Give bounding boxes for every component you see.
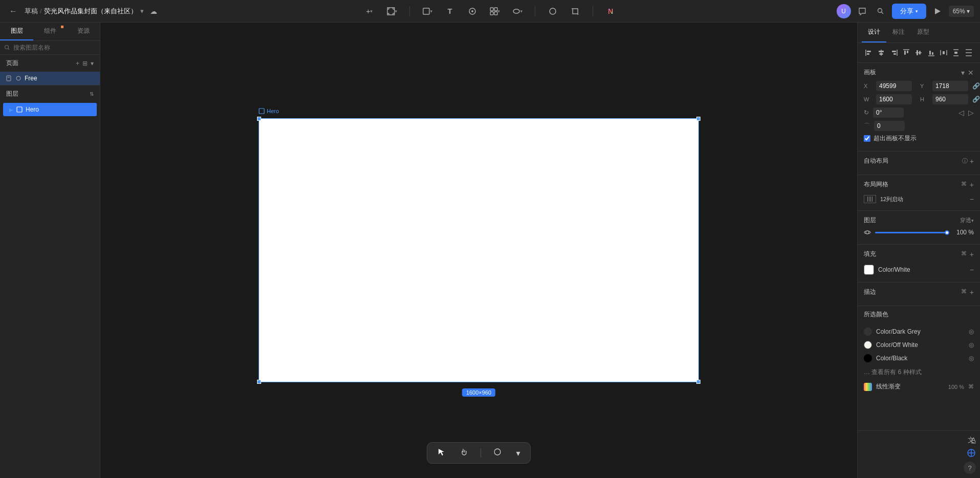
fill-section: 填充 ⌘ + Color/White − (858, 245, 980, 283)
left-panel-tabs: 图层 组件 资源 (0, 23, 100, 41)
align-middle-v-button[interactable] (913, 47, 924, 58)
align-more-button[interactable] (964, 47, 974, 58)
color-dot-dark-grey (864, 328, 872, 336)
layer-mode-arrow[interactable]: ▾ (971, 218, 974, 223)
breadcrumb-dropdown-icon[interactable]: ▾ (140, 7, 144, 15)
layers-toggle-icon[interactable]: ⇅ (90, 91, 94, 97)
share-button[interactable]: 分享 ▾ (892, 4, 926, 19)
grid-remove-button[interactable]: − (970, 195, 974, 203)
fill-add-button[interactable]: + (970, 250, 974, 258)
page-item-free[interactable]: Free (0, 72, 100, 85)
tab-design[interactable]: 设计 (862, 23, 886, 42)
align-left-button[interactable] (864, 47, 874, 58)
fill-section-label: 填充 (864, 250, 961, 258)
breadcrumb-root: 草稿 (25, 7, 38, 16)
corner-input[interactable] (874, 121, 905, 131)
cloud-sync-icon[interactable]: ☁ (150, 7, 157, 15)
distribute-v-button[interactable] (951, 47, 961, 58)
tab-layers[interactable]: 图层 (0, 23, 33, 40)
wh-link-icon[interactable]: 🔗 (972, 96, 980, 103)
translate-icon[interactable]: 文A (967, 435, 976, 444)
layer-search-input[interactable] (13, 44, 96, 51)
components-dot (61, 26, 63, 28)
handle-bottom-left[interactable] (257, 380, 261, 384)
handle-top-right[interactable] (696, 117, 700, 121)
align-top-button[interactable] (901, 47, 911, 58)
align-right-button[interactable] (889, 47, 899, 58)
color-item-black[interactable]: Color/Black ◎ (858, 352, 980, 365)
text-tool-button[interactable]: T (443, 4, 457, 18)
canvas-expand-icon[interactable]: ▾ (961, 69, 965, 77)
gradient-section: 线性渐变 100 % ⌘ (858, 380, 980, 394)
grid-section-header: 布局网格 ⌘ + (864, 180, 974, 189)
opacity-eye-icon[interactable] (864, 229, 871, 236)
h-input[interactable] (932, 94, 968, 104)
tab-prototype[interactable]: 原型 (911, 23, 935, 42)
distribute-h-button[interactable] (939, 47, 949, 58)
view-all-styles[interactable]: … 查看所有 6 种样式 (858, 365, 980, 380)
inspect-icon[interactable] (967, 448, 976, 458)
help-icon[interactable]: ? (964, 462, 976, 474)
tab-assets[interactable]: 资源 (67, 23, 100, 40)
colors-section-header: 所选颜色 (858, 306, 980, 321)
page-expand-icon[interactable]: ▾ (91, 60, 94, 67)
user-avatar[interactable]: U (837, 4, 851, 18)
fill-remove-button[interactable]: − (970, 266, 974, 274)
zoom-level-button[interactable]: 65% ▾ (949, 6, 974, 17)
back-button[interactable]: ← (6, 4, 20, 18)
canvas-area[interactable]: Hero 1600×960 ▾ (100, 23, 857, 478)
clip-checkbox[interactable] (864, 135, 870, 142)
frame-tool-button[interactable]: ▾ (385, 4, 399, 18)
svg-point-11 (472, 10, 474, 12)
color-item-off-white[interactable]: Color/Off White ◎ (858, 338, 980, 352)
shapes-tool-button[interactable]: ▾ (420, 4, 435, 18)
grid-add-button[interactable]: + (970, 181, 974, 189)
topbar-center-tools: + ▾ ▾ ▾ T ▾ ▾ (363, 4, 618, 18)
crop-tool-button[interactable] (568, 4, 583, 18)
handle-top-left[interactable] (257, 117, 261, 121)
grid-preview-lines (867, 197, 872, 202)
more-tool-button[interactable]: ▾ (514, 446, 522, 460)
add-tool-button[interactable]: + ▾ (363, 4, 377, 18)
align-center-h-button[interactable] (876, 47, 886, 58)
pen-tool-button[interactable] (465, 4, 480, 18)
search-button[interactable] (874, 4, 888, 18)
new-page-button[interactable]: ⊞ (82, 60, 88, 67)
hand-tool-button[interactable] (458, 446, 471, 460)
color-item-dark-grey[interactable]: Color/Dark Grey ◎ (858, 325, 980, 338)
link-icon[interactable]: 🔗 (972, 82, 980, 90)
comment-tool-button[interactable] (492, 446, 504, 460)
rotation-input[interactable] (873, 107, 904, 118)
components-tool-button[interactable]: ▾ (488, 4, 502, 18)
x-input[interactable] (876, 81, 912, 91)
circle-tool-button[interactable] (546, 4, 560, 18)
handle-bottom-right[interactable] (696, 380, 700, 384)
color-link-black[interactable]: ◎ (969, 355, 974, 362)
w-input[interactable] (876, 94, 912, 104)
color-link-off-white[interactable]: ◎ (969, 341, 974, 349)
comment-button[interactable] (855, 4, 869, 18)
bottom-toolbar: ▾ (427, 442, 531, 464)
layer-expand-arrow[interactable]: ▶ (9, 107, 13, 113)
share-label: 分享 (900, 7, 913, 16)
select-tool-button[interactable] (436, 446, 448, 460)
stroke-add-button[interactable]: + (970, 288, 974, 296)
layer-item-hero[interactable]: ▶ Hero (3, 103, 97, 116)
tab-label[interactable]: 标注 (886, 23, 911, 42)
fill-item-white[interactable]: Color/White − (864, 263, 974, 277)
plugin-button[interactable]: N (604, 4, 618, 18)
canvas-close-icon[interactable]: ✕ (968, 69, 974, 77)
flip-vertical-button[interactable]: ▷ (968, 108, 974, 117)
add-page-button[interactable]: + (76, 60, 79, 67)
opacity-slider[interactable] (875, 232, 949, 233)
play-button[interactable] (930, 4, 945, 18)
right-panel-bottom-icons: 文A ? (858, 430, 980, 478)
colors-section-label: 所选颜色 (864, 310, 974, 319)
align-bottom-button[interactable] (926, 47, 936, 58)
mask-tool-button[interactable]: ▾ (510, 4, 525, 18)
tab-components[interactable]: 组件 (33, 23, 67, 40)
auto-layout-add-button[interactable]: + (970, 157, 974, 165)
y-input[interactable] (932, 81, 968, 91)
color-link-dark-grey[interactable]: ◎ (969, 328, 974, 335)
flip-horizontal-button[interactable]: ◁ (958, 108, 964, 117)
